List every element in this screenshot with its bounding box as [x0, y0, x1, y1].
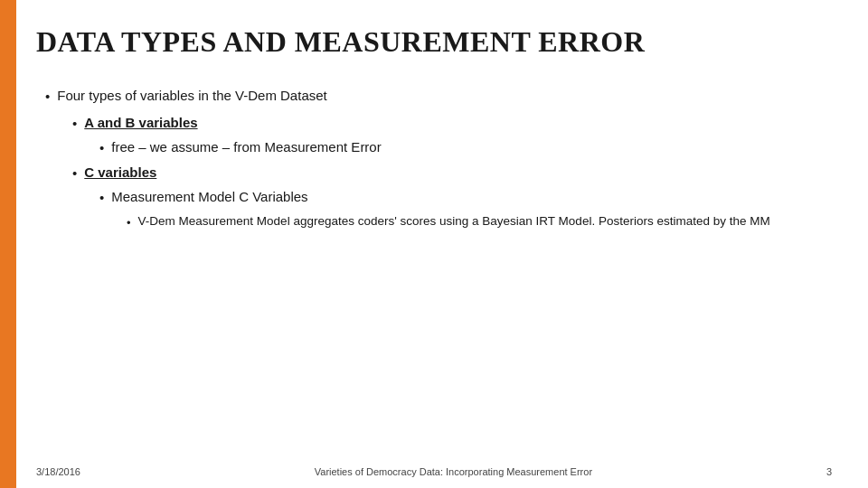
ab-variables-label: A and B variables — [84, 115, 197, 130]
bullet-marker: • — [127, 214, 131, 232]
bullet-text-l1: Four types of variables in the V-Dem Dat… — [57, 86, 326, 107]
bullet-marker: • — [72, 164, 77, 184]
orange-accent-bar — [0, 0, 16, 488]
bullet-marker: • — [99, 188, 104, 209]
bullet-content: • Four types of variables in the V-Dem D… — [45, 86, 832, 235]
bullet-marker: • — [45, 87, 50, 108]
slide-title: Data Types and Measurement Error — [36, 25, 832, 59]
bullet-l4-1: • V-Dem Measurement Model aggregates cod… — [127, 212, 832, 232]
bullet-text-l3-mm: Measurement Model C Variables — [111, 187, 307, 208]
c-variables-label: C variables — [84, 164, 156, 180]
bullet-l3-1: • free – we assume – from Measurement Er… — [99, 137, 832, 159]
bullet-text-l3-free: free – we assume – from Measurement Erro… — [111, 137, 381, 158]
bullet-marker: • — [72, 114, 77, 135]
footer-date: 3/18/2016 — [36, 466, 80, 477]
bullet-text-l4-vdem: V-Dem Measurement Model aggregates coder… — [138, 212, 770, 230]
bullet-marker: • — [99, 138, 104, 159]
content-area: Data Types and Measurement Error • Four … — [36, 25, 832, 488]
footer-page-number: 3 — [826, 466, 832, 477]
bullet-l3-2: • Measurement Model C Variables — [99, 187, 832, 209]
bullet-l1-1: • Four types of variables in the V-Dem D… — [45, 86, 832, 108]
bullet-text-l2-c: C variables — [84, 163, 156, 183]
title-text: Data Types and Measurement Error — [36, 25, 645, 58]
bullet-l2-1: • A and B variables — [72, 113, 832, 135]
footer: 3/18/2016 Varieties of Democracy Data: I… — [36, 466, 832, 477]
slide: Data Types and Measurement Error • Four … — [0, 0, 868, 488]
footer-center-text: Varieties of Democracy Data: Incorporati… — [315, 466, 592, 477]
bullet-l2-2: • C variables — [72, 163, 832, 184]
bullet-text-l2-ab: A and B variables — [84, 113, 197, 134]
